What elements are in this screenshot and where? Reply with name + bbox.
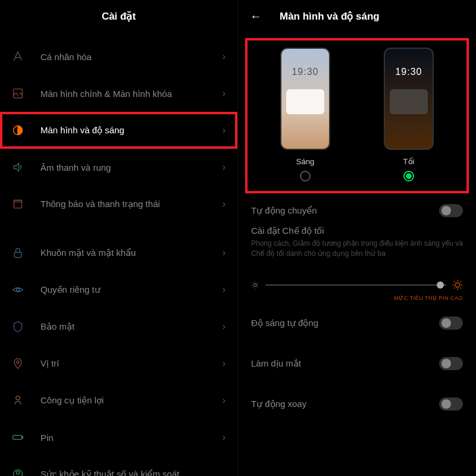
row-eye-comfort[interactable]: Làm dịu mắt bbox=[238, 349, 476, 378]
sound-icon bbox=[12, 161, 24, 173]
item-label: Khuôn mặt và mật khẩu bbox=[40, 248, 223, 258]
theme-label-light: Sáng bbox=[296, 157, 314, 166]
location-icon bbox=[12, 358, 24, 369]
theme-option-dark[interactable]: 19:30 Tối bbox=[384, 48, 434, 181]
svg-point-12 bbox=[254, 283, 257, 286]
item-label: Bảo mật bbox=[40, 321, 223, 332]
radio-light[interactable] bbox=[300, 171, 311, 181]
toggle-auto-brightness[interactable] bbox=[439, 317, 463, 330]
item-label: Pin bbox=[40, 433, 223, 443]
row-label: Làm dịu mắt bbox=[251, 358, 439, 369]
row-auto-switch[interactable]: Tự động chuyển bbox=[238, 196, 476, 226]
shield-icon bbox=[12, 321, 24, 333]
svg-point-5 bbox=[17, 289, 20, 292]
row-label: Tự động chuyển bbox=[251, 205, 439, 216]
item-label: Cá nhân hóa bbox=[40, 52, 223, 62]
chevron-right-icon: › bbox=[223, 88, 226, 99]
item-label: Vị trí bbox=[40, 358, 223, 369]
svg-rect-4 bbox=[14, 252, 21, 257]
toggle-auto-switch[interactable] bbox=[439, 204, 463, 217]
back-arrow-icon[interactable]: ← bbox=[250, 10, 262, 23]
settings-panel: Cài đặt Cá nhân hóa › Màn hình chính & M… bbox=[0, 0, 238, 476]
chevron-right-icon: › bbox=[223, 248, 226, 258]
dark-settings-title: Cài đặt Chế độ tối bbox=[251, 226, 463, 236]
settings-item-security[interactable]: Bảo mật › bbox=[0, 308, 237, 345]
settings-item-privacy[interactable]: Quyền riêng tư › bbox=[0, 271, 237, 308]
settings-item-home-lock[interactable]: Màn hình chính & Màn hình khóa › bbox=[0, 75, 237, 112]
item-label: Sức khỏe kỹ thuật số và kiểm soát bbox=[40, 469, 226, 476]
theme-option-light[interactable]: 19:30 Sáng bbox=[280, 48, 330, 181]
display-title: Màn hình và độ sáng bbox=[280, 10, 380, 23]
chevron-right-icon: › bbox=[223, 358, 226, 369]
preview-card bbox=[286, 89, 324, 114]
radio-dark[interactable] bbox=[403, 171, 414, 181]
chevron-right-icon: › bbox=[223, 432, 226, 443]
item-label: Quyền riêng tư bbox=[40, 284, 223, 295]
lock-icon bbox=[12, 247, 24, 259]
settings-item-display[interactable]: Màn hình và độ sáng › bbox=[0, 112, 237, 149]
preview-time: 19:30 bbox=[385, 67, 433, 77]
settings-title: Cài đặt bbox=[102, 10, 136, 23]
tools-icon bbox=[12, 394, 24, 406]
battery-warning: MỨC TIÊU THỤ PIN CAO bbox=[238, 293, 476, 308]
svg-rect-9 bbox=[22, 436, 23, 438]
item-label: Màn hình và độ sáng bbox=[40, 125, 223, 136]
chevron-right-icon: › bbox=[223, 125, 226, 136]
settings-item-location[interactable]: Vị trí › bbox=[0, 345, 237, 382]
row-auto-rotate[interactable]: Tự động xoay bbox=[238, 389, 476, 419]
row-dark-settings[interactable]: Cài đặt Chế độ tối Phong cách, Giảm độ t… bbox=[238, 226, 476, 268]
battery-icon bbox=[12, 431, 24, 443]
brightness-slider-row bbox=[238, 268, 476, 293]
settings-item-tools[interactable]: Công cụ tiện lợi › bbox=[0, 382, 237, 419]
svg-rect-3 bbox=[14, 200, 21, 202]
theme-selector: 19:30 Sáng 19:30 Tối bbox=[248, 40, 466, 191]
settings-item-battery[interactable]: Pin › bbox=[0, 419, 237, 456]
chevron-right-icon: › bbox=[223, 321, 226, 332]
sun-large-icon bbox=[452, 280, 463, 290]
row-label: Tự động xoay bbox=[251, 399, 439, 409]
svg-point-7 bbox=[16, 396, 20, 400]
settings-item-face-password[interactable]: Khuôn mặt và mật khẩu › bbox=[0, 234, 237, 271]
brightness-slider[interactable] bbox=[265, 284, 446, 286]
settings-item-personalize[interactable]: Cá nhân hóa › bbox=[0, 38, 237, 75]
row-label: Độ sáng tự động bbox=[251, 318, 439, 328]
notification-icon bbox=[12, 198, 24, 210]
svg-rect-8 bbox=[13, 436, 22, 440]
svg-point-11 bbox=[17, 471, 20, 474]
slider-thumb[interactable] bbox=[437, 281, 444, 289]
item-label: Thông báo và thanh trạng thái bbox=[40, 199, 223, 209]
settings-header: Cài đặt bbox=[0, 0, 237, 32]
toggle-auto-rotate[interactable] bbox=[439, 397, 463, 411]
item-label: Màn hình chính & Màn hình khóa bbox=[40, 89, 223, 99]
svg-point-6 bbox=[17, 361, 19, 363]
item-label: Công cụ tiện lợi bbox=[40, 395, 223, 406]
chevron-right-icon: › bbox=[223, 199, 226, 209]
dark-settings-desc: Phong cách, Giảm độ tương phản trong điề… bbox=[251, 239, 463, 259]
preview-card bbox=[390, 89, 428, 114]
chevron-right-icon: › bbox=[223, 395, 226, 406]
chevron-right-icon: › bbox=[223, 284, 226, 295]
settings-item-notification[interactable]: Thông báo và thanh trạng thái › bbox=[0, 186, 237, 223]
display-panel: ← Màn hình và độ sáng 19:30 Sáng 19:30 T… bbox=[238, 0, 476, 476]
svg-point-13 bbox=[455, 283, 460, 287]
brightness-icon bbox=[12, 124, 24, 136]
preview-time: 19:30 bbox=[281, 67, 329, 77]
toggle-eye-comfort[interactable] bbox=[439, 357, 463, 370]
chevron-right-icon: › bbox=[223, 51, 226, 62]
settings-item-sound[interactable]: Âm thanh và rung › bbox=[0, 149, 237, 186]
display-header: ← Màn hình và độ sáng bbox=[238, 0, 476, 32]
theme-label-dark: Tối bbox=[403, 157, 415, 166]
phone-preview-light: 19:30 bbox=[280, 48, 330, 150]
settings-item-wellbeing[interactable]: Sức khỏe kỹ thuật số và kiểm soát bbox=[0, 456, 237, 476]
wallpaper-icon bbox=[12, 87, 24, 99]
settings-list: Cá nhân hóa › Màn hình chính & Màn hình … bbox=[0, 32, 237, 476]
wellbeing-icon bbox=[12, 468, 24, 476]
sun-small-icon bbox=[251, 281, 259, 289]
divider bbox=[0, 223, 237, 234]
privacy-icon bbox=[12, 284, 24, 296]
row-auto-brightness[interactable]: Độ sáng tự động bbox=[238, 308, 476, 338]
phone-preview-dark: 19:30 bbox=[384, 48, 434, 150]
svg-point-10 bbox=[14, 470, 23, 477]
item-label: Âm thanh và rung bbox=[40, 162, 223, 173]
chevron-right-icon: › bbox=[223, 162, 226, 173]
